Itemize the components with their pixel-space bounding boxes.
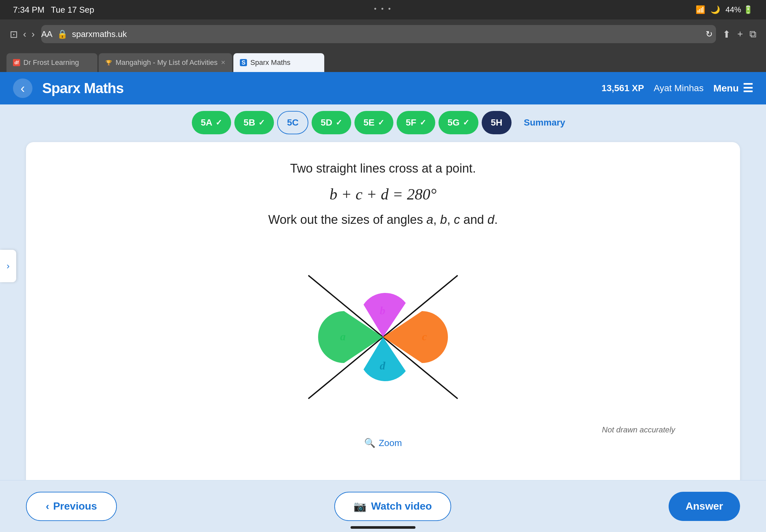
watch-video-label: Watch video [371, 500, 432, 512]
tab-sparx-label: Sparx Maths [250, 58, 290, 67]
tab-5E-label: 5E [363, 117, 374, 128]
tab-sparx[interactable]: S Sparx Maths [233, 53, 324, 72]
tab-mangahigh-close[interactable]: ✕ [221, 59, 225, 66]
tab-5F[interactable]: 5F ✓ [397, 111, 435, 134]
back-icon[interactable]: ‹ [23, 29, 26, 40]
tab-dr-frost[interactable]: df Dr Frost Learning [6, 53, 97, 72]
side-expand-arrow[interactable]: › [0, 250, 16, 282]
tab-5A-check: ✓ [215, 118, 222, 127]
tab-5G-label: 5G [448, 117, 460, 128]
sidebar-icon[interactable]: ⊡ [10, 29, 18, 40]
dr-frost-favicon: df [13, 59, 20, 66]
zoom-icon: 🔍 [364, 438, 375, 448]
previous-label: Previous [53, 500, 97, 512]
question-line2: Work out the sizes of angles a, b, c and… [52, 213, 714, 227]
tab-5C-label: 5C [287, 117, 298, 128]
equation-display: b + c + d = 280° [52, 185, 714, 203]
tab-5H-label: 5H [491, 117, 503, 128]
diagram-container: a b c d Not drawn accurately [52, 243, 714, 431]
tab-5E[interactable]: 5E ✓ [354, 111, 394, 134]
user-name: Ayat Minhas [654, 83, 704, 93]
status-bar: 7:34 PM Tue 17 Sep • • • 📶 🌙 44% 🔋 [0, 0, 766, 19]
prev-chevron-icon: ‹ [46, 500, 49, 512]
date-display: Tue 17 Sep [51, 5, 94, 15]
zoom-hint[interactable]: 🔍 Zoom [52, 438, 714, 448]
tab-5F-check: ✓ [420, 118, 426, 127]
mangahigh-favicon: 🏆 [105, 59, 112, 66]
nav-bar: ‹ Sparx Maths 13,561 XP Ayat Minhas Menu… [0, 72, 766, 104]
moon-icon: 🌙 [711, 5, 720, 14]
previous-button[interactable]: ‹ Previous [26, 492, 117, 521]
address-bar[interactable]: AA 🔒 sparxmaths.uk ↻ [41, 25, 716, 43]
main-content: Two straight lines cross at a point. b +… [26, 142, 740, 499]
tab-5H[interactable]: 5H [482, 111, 512, 134]
status-left: 7:34 PM Tue 17 Sep [13, 5, 94, 15]
not-drawn-label: Not drawn accurately [602, 425, 675, 434]
zoom-label: Zoom [379, 438, 402, 448]
bottom-bar: ‹ Previous 📷 Watch video Answer [0, 480, 766, 532]
summary-label: Summary [524, 117, 565, 128]
tab-5F-label: 5F [406, 117, 417, 128]
question-line1: Two straight lines cross at a point. [52, 162, 714, 175]
browser-controls: ⊡ ‹ › [10, 29, 35, 40]
tab-mangahigh[interactable]: 🏆 Mangahigh - My List of Activities ✕ [99, 53, 232, 72]
svg-text:b: b [380, 305, 385, 317]
share-icon[interactable]: ⬆ [723, 29, 731, 40]
tab-5A-label: 5A [201, 117, 213, 128]
wifi-icon: 📶 [696, 5, 705, 14]
three-dots: • • • [374, 5, 392, 13]
menu-label: Menu [713, 83, 739, 94]
browser-actions: ⬆ + ⧉ [723, 29, 756, 40]
tab-5E-check: ✓ [378, 118, 384, 127]
svg-text:a: a [340, 331, 346, 343]
tabs-icon[interactable]: ⧉ [749, 29, 756, 40]
tab-5B[interactable]: 5B ✓ [234, 111, 274, 134]
tab-5D-label: 5D [321, 117, 332, 128]
tab-5G[interactable]: 5G ✓ [439, 111, 479, 134]
video-icon: 📷 [353, 500, 366, 513]
reload-icon[interactable]: ↻ [706, 29, 713, 39]
tab-5C[interactable]: 5C [277, 111, 308, 134]
tab-5B-check: ✓ [258, 118, 265, 127]
browser-bar: ⊡ ‹ › AA 🔒 sparxmaths.uk ↻ ⬆ + ⧉ [0, 19, 766, 49]
tab-5D-check: ✓ [335, 118, 342, 127]
svg-text:c: c [422, 331, 427, 343]
tab-summary[interactable]: Summary [515, 111, 575, 134]
new-tab-icon[interactable]: + [737, 29, 743, 40]
tab-5G-check: ✓ [463, 118, 469, 127]
lock-icon: 🔒 [57, 29, 67, 39]
home-indicator [350, 526, 416, 529]
xp-display: 13,561 XP [602, 83, 644, 93]
tab-5D[interactable]: 5D ✓ [311, 111, 351, 134]
watch-video-button[interactable]: 📷 Watch video [334, 492, 451, 521]
tab-dr-frost-label: Dr Frost Learning [23, 58, 79, 67]
time-display: 7:34 PM [13, 5, 44, 15]
forward-icon[interactable]: › [31, 29, 35, 40]
tab-5B-label: 5B [243, 117, 255, 128]
status-right: 📶 🌙 44% 🔋 [696, 5, 753, 14]
answer-button[interactable]: Answer [669, 492, 740, 521]
tab-mangahigh-label: Mangahigh - My List of Activities [115, 58, 217, 67]
tab-5A[interactable]: 5A ✓ [192, 111, 231, 134]
answer-label: Answer [686, 500, 723, 512]
sparx-logo: Sparx Maths [42, 80, 124, 96]
geometry-diagram: a b c d [269, 243, 497, 431]
url-display: sparxmaths.uk [72, 29, 127, 39]
hamburger-icon: ☰ [743, 81, 753, 95]
battery-display: 44% 🔋 [725, 5, 753, 14]
battery-icon: 🔋 [743, 5, 753, 14]
aa-label: AA [41, 29, 53, 39]
nav-back-button[interactable]: ‹ [13, 79, 32, 98]
sparx-favicon: S [240, 59, 247, 66]
svg-text:d: d [380, 360, 386, 372]
topic-tabs-row: 5A ✓ 5B ✓ 5C 5D ✓ 5E ✓ 5F ✓ 5G ✓ 5H Summ… [0, 104, 766, 134]
menu-button[interactable]: Menu ☰ [713, 81, 753, 95]
tab-bar: df Dr Frost Learning 🏆 Mangahigh - My Li… [0, 49, 766, 72]
